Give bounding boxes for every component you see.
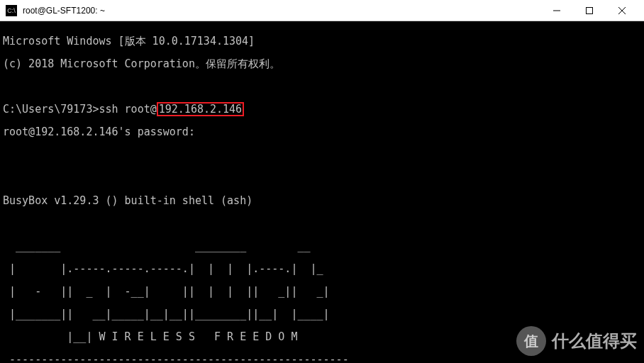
minimize-icon (553, 7, 560, 14)
password-prompt: root@192.168.2.146's password: (3, 126, 641, 138)
ssh-command-prefix: C:\Users\79173>ssh root@ (3, 103, 157, 116)
maximize-button[interactable] (573, 0, 606, 21)
ssh-command-line: C:\Users\79173>ssh root@192.168.2.146 (3, 104, 641, 115)
maximize-icon (586, 7, 593, 14)
ascii-art-line: | - || _ | -__| || | | || _|| _| (3, 286, 641, 297)
close-icon (618, 7, 626, 14)
terminal-line (3, 218, 641, 229)
busybox-line: BusyBox v1.29.3 () built-in shell (ash) (3, 195, 641, 206)
svg-rect-1 (587, 7, 593, 13)
terminal-line (3, 150, 641, 161)
ascii-art-line: _______ ________ __ (3, 240, 641, 252)
terminal-line (3, 172, 641, 184)
window-titlebar: C:\ root@GL-SFT1200: ~ (0, 0, 644, 21)
watermark-logo: 值 (516, 326, 546, 356)
minimize-button[interactable] (540, 0, 573, 21)
terminal-icon-label: C:\ (7, 7, 16, 14)
close-button[interactable] (606, 0, 638, 21)
ascii-art-line: |_______|| __|_____|__|__||________||__|… (3, 308, 641, 320)
window-controls (540, 0, 638, 21)
watermark-text: 什么值得买 (552, 330, 637, 352)
window-title: root@GL-SFT1200: ~ (23, 6, 540, 16)
terminal-icon: C:\ (6, 5, 17, 16)
terminal-line: Microsoft Windows [版本 10.0.17134.1304] (3, 35, 641, 47)
watermark: 值 什么值得买 (516, 326, 637, 356)
terminal-line: (c) 2018 Microsoft Corporation。保留所有权利。 (3, 58, 641, 69)
ascii-art-line: | |.-----.-----.-----.| | | |.----.| |_ (3, 263, 641, 274)
terminal-line (3, 81, 641, 92)
terminal-output[interactable]: Microsoft Windows [版本 10.0.17134.1304] (… (0, 21, 644, 363)
ip-highlight: 192.168.2.146 (157, 102, 244, 116)
